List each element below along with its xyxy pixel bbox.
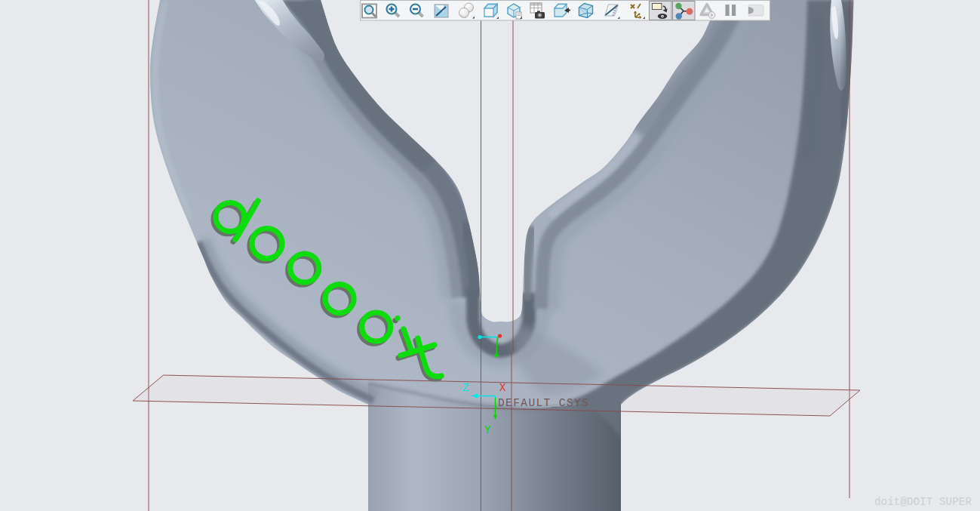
svg-text:Z: Z (462, 382, 468, 394)
svg-text:Y: Y (484, 424, 491, 436)
svg-text:DEFAULT_CSYS: DEFAULT_CSYS (498, 397, 589, 409)
svg-text:doit@DOIT SUPER: doit@DOIT SUPER (874, 496, 972, 508)
svg-text:X: X (499, 382, 506, 394)
